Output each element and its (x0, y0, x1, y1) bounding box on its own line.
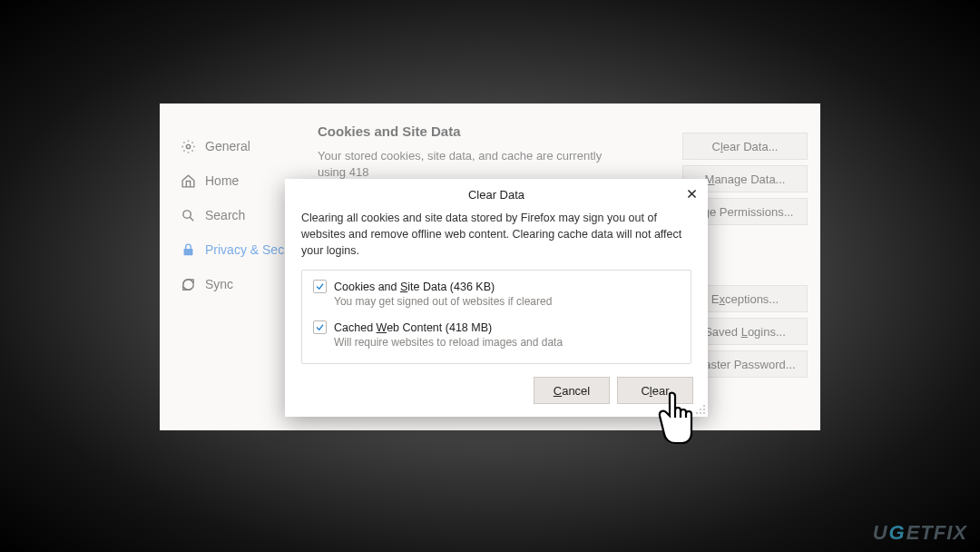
option-cache: Cached Web Content (418 MB) Will require… (313, 320, 680, 349)
cancel-button[interactable]: Cancel (534, 377, 610, 404)
dialog-title: Clear Data (285, 188, 708, 202)
sync-icon (178, 277, 198, 292)
svg-point-0 (186, 144, 190, 148)
sidebar-item-privacy[interactable]: Privacy & Sec (160, 232, 303, 267)
svg-rect-3 (183, 249, 192, 255)
sidebar-label: General (205, 139, 250, 153)
dialog-titlebar: Clear Data (285, 179, 708, 210)
clear-data-button[interactable]: Clear Data... (682, 133, 808, 160)
option-label: Cached Web Content (418 MB) (334, 321, 492, 334)
checkbox-cookies[interactable] (313, 280, 327, 293)
clear-button[interactable]: Clear (617, 377, 693, 404)
sidebar-item-home[interactable]: Home (160, 163, 303, 198)
option-label: Cookies and Site Data (436 KB) (334, 281, 495, 293)
options-box: Cookies and Site Data (436 KB) You may g… (301, 270, 691, 364)
sidebar-item-general[interactable]: General (160, 129, 303, 163)
search-icon (178, 208, 198, 223)
dialog-footer: Cancel Clear (285, 364, 708, 417)
option-sublabel: Will require websites to reload images a… (334, 336, 680, 349)
option-sublabel: You may get signed out of websites if cl… (334, 295, 680, 308)
sidebar-item-sync[interactable]: Sync (160, 267, 303, 301)
dialog-message: Clearing all cookies and site data store… (301, 210, 691, 259)
svg-point-10 (700, 413, 701, 415)
gear-icon (178, 139, 198, 154)
lock-icon (178, 242, 198, 258)
svg-point-7 (703, 409, 705, 411)
svg-point-1 (182, 210, 191, 218)
option-cookies: Cookies and Site Data (436 KB) You may g… (313, 280, 680, 308)
svg-point-9 (700, 409, 701, 411)
close-icon[interactable] (681, 182, 702, 204)
home-icon (178, 173, 198, 189)
clear-data-dialog: Clear Data Clearing all cookies and site… (285, 179, 708, 417)
sidebar-label: Privacy & Sec (205, 242, 284, 257)
svg-point-6 (703, 406, 705, 408)
sidebar-label: Search (205, 208, 245, 222)
svg-line-2 (190, 217, 193, 221)
sidebar-label: Home (205, 173, 239, 188)
sidebar: General Home Search Privacy & Sec Sync (160, 104, 303, 430)
svg-point-11 (696, 413, 698, 415)
svg-point-8 (703, 413, 705, 415)
sidebar-item-search[interactable]: Search (160, 198, 303, 232)
watermark: UGETFIX (873, 521, 967, 545)
checkbox-cache[interactable] (313, 320, 327, 334)
section-description: Your stored cookies, site data, and cach… (318, 148, 617, 181)
sidebar-label: Sync (205, 277, 233, 291)
resize-grip-icon[interactable] (695, 404, 706, 415)
